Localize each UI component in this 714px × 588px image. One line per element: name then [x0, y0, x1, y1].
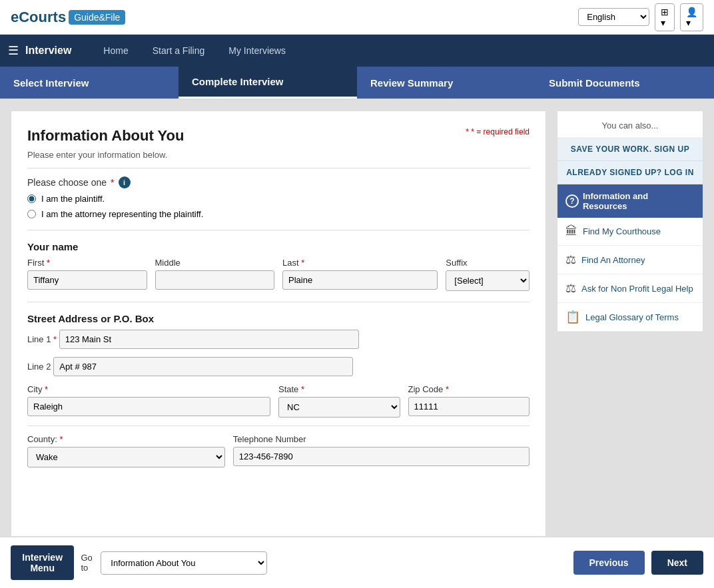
- sidebar-link-glossary[interactable]: 📋 Legal Glossary of Terms: [557, 303, 703, 332]
- suffix-select[interactable]: [Select] Jr. Sr. II III: [446, 270, 530, 291]
- city-state-zip-row: City * State * NC AL CA: [27, 384, 530, 418]
- footer-right: Previous Next: [573, 551, 704, 575]
- state-label: State *: [278, 384, 400, 394]
- state-select[interactable]: NC AL CA FL GA TX: [278, 397, 400, 418]
- nav-link-start-filing[interactable]: Start a Filing: [141, 36, 217, 65]
- page-subtitle: Please enter your information below.: [27, 150, 530, 160]
- nonprofit-link-text: Ask for Non Profit Legal Help: [581, 284, 693, 294]
- courthouse-icon: 🏛: [565, 224, 577, 238]
- address-section-label: Street Address or P.O. Box: [27, 313, 530, 324]
- tab-submit-documents[interactable]: Submit Documents: [536, 67, 714, 99]
- line2-label: Line 2: [27, 362, 51, 372]
- zip-input[interactable]: [408, 397, 530, 416]
- county-select[interactable]: Wake Durham Mecklenburg Guilford Forsyth: [27, 447, 225, 467]
- zip-label: Zip Code *: [408, 384, 530, 394]
- name-row: First * Middle Last *: [27, 258, 530, 291]
- last-label: Last *: [282, 258, 438, 268]
- line1-group: Line 1 *: [27, 330, 530, 349]
- page-title: Information About You: [27, 127, 184, 145]
- phone-group: Telephone Number: [233, 434, 530, 467]
- radio-group-role: I am the plaintiff. I am the attorney re…: [27, 194, 530, 219]
- state-group: State * NC AL CA FL GA TX: [278, 384, 400, 418]
- phone-label: Telephone Number: [233, 434, 530, 444]
- radio-attorney[interactable]: I am the attorney representing the plain…: [27, 209, 530, 219]
- attorney-link-text: Find An Attorney: [581, 255, 645, 265]
- first-label: First *: [27, 258, 147, 268]
- login-button[interactable]: ALREADY SIGNED UP? LOG IN: [557, 161, 703, 184]
- first-name-input[interactable]: [27, 270, 147, 290]
- tab-select-interview[interactable]: Select Interview: [0, 67, 178, 99]
- form-panel: Information About You * * = required fie…: [11, 111, 546, 542]
- sidebar-link-courthouse[interactable]: 🏛 Find My Courthouse: [557, 218, 703, 246]
- last-name-group: Last *: [282, 258, 438, 291]
- interview-menu-button[interactable]: Interview Menu: [11, 545, 74, 580]
- tab-review-summary[interactable]: Review Summary: [357, 67, 536, 99]
- zip-group: Zip Code *: [408, 384, 530, 418]
- save-work-button[interactable]: SAVE YOUR WORK. SIGN UP: [557, 138, 703, 161]
- nav-link-my-interviews[interactable]: My Interviews: [216, 36, 298, 65]
- suffix-group: Suffix [Select] Jr. Sr. II III: [446, 258, 530, 291]
- next-button[interactable]: Next: [651, 551, 703, 575]
- grid-icon-button[interactable]: ⊞ ▾: [655, 3, 675, 31]
- middle-label: Middle: [155, 258, 275, 268]
- logo: eCourts Guide&File: [11, 9, 125, 26]
- logo-guide: Guide&File: [69, 10, 125, 25]
- footer-bar: Interview Menu Go to Information About Y…: [0, 536, 714, 588]
- line1-label: Line 1 *: [27, 334, 59, 344]
- phone-input[interactable]: [233, 447, 530, 466]
- middle-name-input[interactable]: [155, 270, 275, 290]
- choose-one-label: Please choose one * i: [27, 176, 530, 188]
- county-phone-row: County: * Wake Durham Mecklenburg Guilfo…: [27, 434, 530, 467]
- glossary-icon: 📋: [565, 310, 580, 324]
- resources-header: ? Information and Resources: [557, 184, 703, 218]
- footer-left: Interview Menu Go to Information About Y…: [11, 545, 267, 580]
- line2-input[interactable]: [53, 357, 353, 376]
- sidebar-link-attorney[interactable]: ⚖ Find An Attorney: [557, 246, 703, 274]
- question-icon: ?: [565, 194, 579, 208]
- county-group: County: * Wake Durham Mecklenburg Guilfo…: [27, 434, 225, 467]
- line1-input[interactable]: [59, 330, 359, 349]
- sidebar-link-nonprofit[interactable]: ⚖ Ask for Non Profit Legal Help: [557, 274, 703, 303]
- language-select[interactable]: English Español: [578, 8, 649, 26]
- courthouse-link-text: Find My Courthouse: [583, 226, 661, 236]
- nav-brand: Interview: [25, 45, 71, 57]
- middle-name-group: Middle: [155, 258, 275, 291]
- city-label: City *: [27, 384, 270, 394]
- glossary-link-text: Legal Glossary of Terms: [585, 312, 679, 322]
- sidebar-header: You can also...: [557, 111, 703, 138]
- main-area: Information About You * * = required fie…: [0, 100, 714, 553]
- required-note: * * = required field: [466, 127, 530, 137]
- goto-select[interactable]: Information About You Your Case Review: [101, 551, 267, 575]
- info-icon[interactable]: i: [119, 176, 131, 188]
- hamburger-icon[interactable]: ☰: [8, 43, 19, 58]
- last-name-input[interactable]: [282, 270, 438, 290]
- city-group: City *: [27, 384, 270, 418]
- county-label: County: *: [27, 434, 225, 444]
- address-section: Street Address or P.O. Box Line 1 * Line…: [27, 313, 530, 467]
- sidebar: You can also... SAVE YOUR WORK. SIGN UP …: [557, 111, 703, 332]
- step-tabs: Select Interview Complete Interview Revi…: [0, 67, 714, 100]
- line2-group: Line 2: [27, 357, 530, 376]
- your-name-label: Your name: [27, 241, 530, 252]
- radio-plaintiff[interactable]: I am the plaintiff.: [27, 194, 530, 204]
- city-input[interactable]: [27, 397, 270, 416]
- logo-ecourts: eCourts: [11, 9, 66, 26]
- nonprofit-icon: ⚖: [565, 281, 576, 296]
- nav-link-home[interactable]: Home: [91, 36, 140, 65]
- previous-button[interactable]: Previous: [573, 551, 645, 575]
- user-icon-button[interactable]: 👤 ▾: [680, 3, 703, 31]
- suffix-label: Suffix: [446, 258, 530, 268]
- goto-label: Go to: [81, 553, 94, 573]
- attorney-icon: ⚖: [565, 252, 576, 267]
- tab-complete-interview[interactable]: Complete Interview: [178, 67, 357, 99]
- first-name-group: First *: [27, 258, 147, 291]
- nav-bar: ☰ Interview Home Start a Filing My Inter…: [0, 35, 714, 67]
